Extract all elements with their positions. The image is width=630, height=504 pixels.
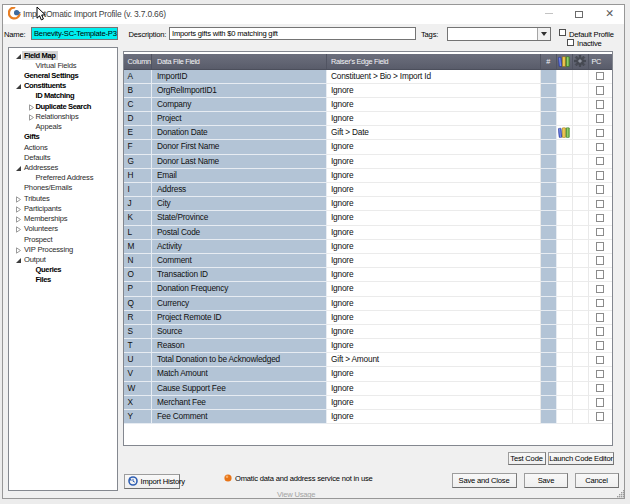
- cell-function[interactable]: [573, 155, 589, 169]
- cell-dictionary[interactable]: [557, 126, 574, 140]
- cell-hash[interactable]: [541, 169, 557, 183]
- cell-column[interactable]: L: [124, 226, 153, 240]
- cell-pc[interactable]: [589, 140, 612, 154]
- cell-dictionary[interactable]: [557, 169, 574, 183]
- cell-pc[interactable]: [589, 240, 612, 254]
- save-and-close-button[interactable]: Save and Close: [452, 473, 517, 488]
- cell-raisers-edge-field[interactable]: Ignore: [327, 268, 541, 282]
- cell-dictionary[interactable]: [557, 98, 574, 112]
- cell-pc[interactable]: [589, 382, 612, 396]
- cell-function[interactable]: [573, 339, 589, 353]
- default-profile-checkbox[interactable]: [559, 29, 566, 36]
- cell-column[interactable]: D: [124, 112, 153, 126]
- tree-item-queries[interactable]: Queries: [9, 265, 63, 275]
- cell-function[interactable]: [573, 70, 589, 84]
- cell-pc[interactable]: [589, 268, 612, 282]
- grid-header-data-file-field[interactable]: Data File Field: [152, 54, 327, 69]
- cell-data-file-field[interactable]: State/Province: [152, 211, 327, 225]
- cell-data-file-field[interactable]: Email: [152, 169, 327, 183]
- cell-column[interactable]: I: [124, 183, 153, 197]
- cell-hash[interactable]: [541, 126, 557, 140]
- cell-data-file-field[interactable]: Total Donation to be Acknowledged: [152, 353, 327, 367]
- pc-checkbox[interactable]: [596, 72, 605, 81]
- pc-checkbox[interactable]: [596, 384, 605, 393]
- cell-data-file-field[interactable]: Currency: [152, 297, 327, 311]
- minimize-button[interactable]: [545, 13, 553, 15]
- cell-raisers-edge-field[interactable]: Gift > Amount: [327, 353, 541, 367]
- cell-dictionary[interactable]: [557, 226, 574, 240]
- grid-header-pc[interactable]: PC: [589, 54, 612, 69]
- cell-column[interactable]: A: [124, 70, 153, 84]
- tags-dropdown-button[interactable]: [537, 28, 550, 40]
- tree-item-id-matching[interactable]: ID Matching: [9, 91, 76, 101]
- tree-item-actions[interactable]: Actions: [9, 143, 50, 153]
- cell-function[interactable]: [573, 297, 589, 311]
- cell-data-file-field[interactable]: Transaction ID: [152, 268, 327, 282]
- cell-function[interactable]: [573, 183, 589, 197]
- cell-column[interactable]: U: [124, 353, 153, 367]
- cell-data-file-field[interactable]: Project Remote ID: [152, 311, 327, 325]
- grid-row-U[interactable]: UTotal Donation to be AcknowledgedGift >…: [124, 353, 612, 367]
- cell-hash[interactable]: [541, 353, 557, 367]
- cell-hash[interactable]: [541, 140, 557, 154]
- cell-function[interactable]: [573, 410, 589, 424]
- tree-item-duplicate-search[interactable]: Duplicate Search: [9, 102, 93, 112]
- cell-pc[interactable]: [589, 325, 612, 339]
- grid-row-W[interactable]: WCause Support FeeIgnore: [124, 382, 612, 396]
- cell-data-file-field[interactable]: Fee Comment: [152, 410, 327, 424]
- tree-item-volunteers[interactable]: Volunteers: [9, 224, 60, 234]
- cell-column[interactable]: O: [124, 268, 153, 282]
- pc-checkbox[interactable]: [596, 398, 605, 407]
- grid-row-M[interactable]: MActivityIgnore: [124, 240, 612, 254]
- cell-hash[interactable]: [541, 183, 557, 197]
- cell-data-file-field[interactable]: Address: [152, 183, 327, 197]
- cell-column[interactable]: F: [124, 140, 153, 154]
- pc-checkbox[interactable]: [596, 370, 605, 379]
- cell-function[interactable]: [573, 353, 589, 367]
- tree-item-files[interactable]: Files: [9, 275, 53, 285]
- cell-data-file-field[interactable]: City: [152, 197, 327, 211]
- cell-column[interactable]: R: [124, 311, 153, 325]
- view-usage-link[interactable]: View Usage: [277, 490, 315, 499]
- cell-data-file-field[interactable]: Project: [152, 112, 327, 126]
- cell-pc[interactable]: [589, 84, 612, 98]
- pc-checkbox[interactable]: [596, 228, 605, 237]
- cell-hash[interactable]: [541, 297, 557, 311]
- cell-pc[interactable]: [589, 226, 612, 240]
- cell-hash[interactable]: [541, 240, 557, 254]
- cell-dictionary[interactable]: [557, 282, 574, 296]
- tree-item-participants[interactable]: Participants: [9, 204, 63, 214]
- cell-column[interactable]: M: [124, 240, 153, 254]
- cancel-button[interactable]: Cancel: [575, 473, 619, 488]
- tree-item-prospect[interactable]: Prospect: [9, 235, 54, 245]
- pc-checkbox[interactable]: [596, 100, 605, 109]
- cell-dictionary[interactable]: [557, 112, 574, 126]
- cell-data-file-field[interactable]: Postal Code: [152, 226, 327, 240]
- cell-column[interactable]: Y: [124, 410, 153, 424]
- pc-checkbox[interactable]: [596, 356, 605, 365]
- cell-hash[interactable]: [541, 254, 557, 268]
- cell-pc[interactable]: [589, 311, 612, 325]
- grid-header-hash[interactable]: #: [541, 54, 557, 69]
- cell-dictionary[interactable]: [557, 183, 574, 197]
- pc-checkbox[interactable]: [596, 200, 605, 209]
- cell-function[interactable]: [573, 211, 589, 225]
- test-code-button[interactable]: Test Code: [508, 452, 546, 466]
- cell-data-file-field[interactable]: Activity: [152, 240, 327, 254]
- cell-pc[interactable]: [589, 282, 612, 296]
- import-history-button[interactable]: Import History: [124, 474, 180, 489]
- cell-function[interactable]: [573, 382, 589, 396]
- tree-item-general-settings[interactable]: General Settings: [9, 71, 80, 81]
- cell-dictionary[interactable]: [557, 339, 574, 353]
- cell-data-file-field[interactable]: OrgRelImportID1: [152, 84, 327, 98]
- pc-checkbox[interactable]: [596, 412, 605, 421]
- cell-hash[interactable]: [541, 325, 557, 339]
- cell-function[interactable]: [573, 268, 589, 282]
- cell-hash[interactable]: [541, 155, 557, 169]
- pc-checkbox[interactable]: [596, 313, 605, 322]
- tree-item-appeals[interactable]: Appeals: [9, 122, 64, 132]
- cell-function[interactable]: [573, 325, 589, 339]
- tree-item-constituents[interactable]: Constituents: [9, 81, 68, 91]
- cell-pc[interactable]: [589, 367, 612, 381]
- cell-dictionary[interactable]: [557, 254, 574, 268]
